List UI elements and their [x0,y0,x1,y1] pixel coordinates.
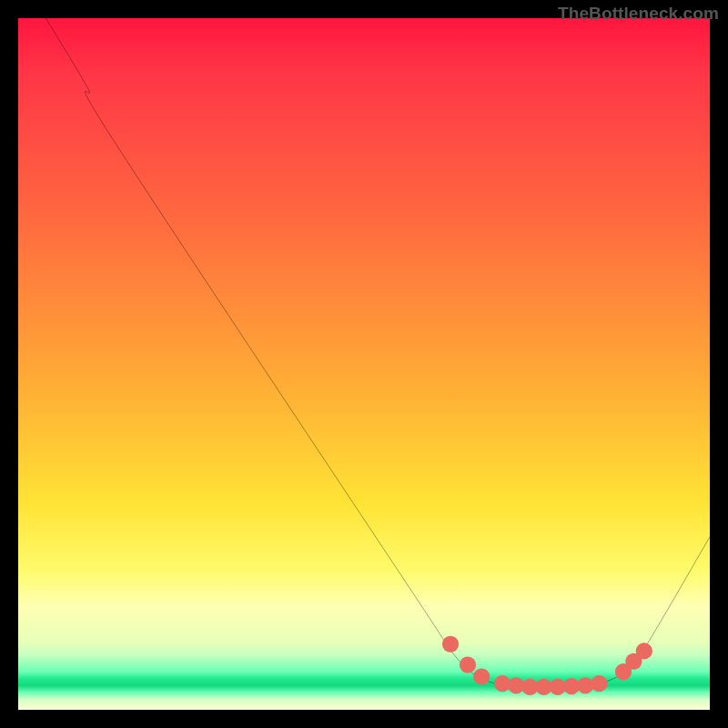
curve-marker-dot [442,636,459,652]
bottleneck-curve-line [46,18,710,687]
curve-marker-dot [460,656,476,672]
curve-marker-dot [636,642,652,659]
chart-container: TheBottleneck.com [0,0,728,728]
attribution-text: TheBottleneck.com [558,4,719,24]
curve-marker-dot [591,675,607,692]
curve-marker-dot [473,668,490,684]
curve-markers [442,636,652,695]
chart-overlay [18,18,710,710]
